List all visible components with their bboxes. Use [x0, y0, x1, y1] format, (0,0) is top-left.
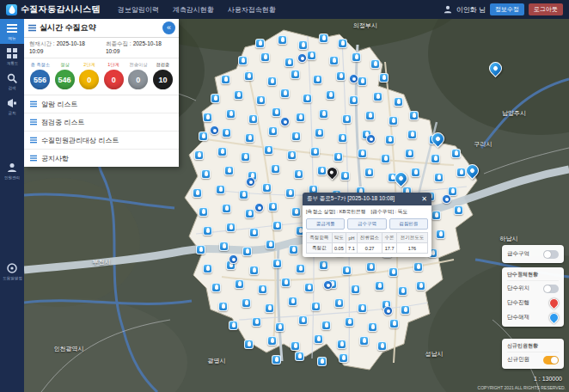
sidebar-item-도움말설정[interactable]: 도움말설정 — [0, 259, 24, 284]
panel-list-item[interactable]: 점검중 리스트 — [24, 113, 179, 132]
station-marker[interactable] — [241, 152, 250, 162]
popup-button-공급계통[interactable]: 공급계통 — [306, 218, 345, 230]
station-marker[interactable] — [291, 132, 301, 141]
station-marker[interactable] — [317, 357, 327, 366]
station-marker[interactable] — [339, 353, 348, 363]
station-marker[interactable] — [413, 262, 423, 272]
sidebar-item-검색[interactable]: 검색 — [0, 69, 24, 94]
station-marker[interactable] — [267, 77, 277, 86]
station-marker[interactable] — [194, 150, 204, 160]
station-marker[interactable] — [358, 303, 367, 313]
station-marker[interactable] — [268, 202, 278, 211]
station-marker[interactable] — [291, 341, 300, 351]
station-marker[interactable] — [368, 322, 377, 332]
station-marker[interactable] — [359, 336, 369, 346]
station-marker[interactable] — [296, 113, 305, 122]
station-marker[interactable] — [319, 34, 328, 43]
station-marker[interactable] — [268, 126, 278, 136]
station-marker[interactable] — [262, 183, 272, 193]
station-marker[interactable] — [337, 340, 346, 349]
station-marker[interactable] — [319, 109, 328, 119]
top-menu-item[interactable]: 사용자접속현황 — [228, 5, 276, 15]
station-marker[interactable] — [329, 56, 339, 65]
close-icon[interactable]: ✕ — [421, 196, 427, 203]
station-marker[interactable] — [364, 168, 374, 177]
station-marker[interactable] — [244, 71, 254, 81]
station-marker[interactable] — [385, 135, 395, 144]
station-marker[interactable] — [405, 149, 414, 158]
panel-list-item[interactable]: 공지사항 — [24, 150, 179, 167]
station-marker[interactable] — [370, 59, 380, 69]
station-marker[interactable] — [334, 298, 344, 308]
station-marker[interactable] — [284, 58, 294, 67]
station-marker[interactable] — [351, 285, 360, 294]
station-marker[interactable] — [193, 188, 202, 198]
station-marker[interactable] — [381, 154, 390, 163]
station-marker[interactable] — [226, 223, 236, 232]
station-marker[interactable] — [199, 207, 208, 217]
station-marker[interactable] — [256, 95, 266, 105]
station-marker[interactable] — [311, 302, 321, 311]
station-marker[interactable] — [285, 188, 295, 198]
station-marker[interactable] — [407, 130, 417, 139]
station-marker[interactable] — [275, 322, 284, 332]
신규민원-toggle[interactable] — [543, 356, 559, 364]
station-marker[interactable] — [278, 35, 287, 45]
station-marker[interactable] — [454, 205, 463, 215]
station-marker[interactable] — [271, 164, 280, 174]
station-marker[interactable] — [216, 185, 225, 194]
station-marker[interactable] — [258, 285, 267, 294]
station-marker[interactable] — [313, 75, 322, 84]
station-marker[interactable] — [303, 94, 312, 103]
top-menu-item[interactable]: 경보알림이력 — [118, 5, 159, 15]
panel-list-item[interactable]: 알람 리스트 — [24, 95, 179, 113]
station-marker[interactable] — [217, 147, 227, 156]
station-marker[interactable] — [244, 340, 254, 349]
station-marker[interactable] — [219, 242, 229, 251]
station-marker[interactable] — [234, 90, 243, 100]
station-marker[interactable] — [249, 228, 259, 237]
sidebar-item-공지[interactable]: 공지 — [0, 94, 24, 119]
station-marker[interactable] — [375, 281, 384, 291]
popup-title-bar[interactable]: 중부 종로5~7가 [2025-10-18 10:08] ✕ — [303, 193, 431, 205]
station-marker[interactable] — [352, 52, 361, 62]
station-marker[interactable] — [310, 147, 320, 156]
station-marker[interactable] — [349, 74, 358, 83]
station-marker[interactable] — [296, 264, 305, 273]
station-marker[interactable] — [235, 279, 244, 289]
station-marker[interactable] — [229, 254, 238, 264]
station-marker[interactable] — [321, 321, 331, 330]
station-marker[interactable] — [224, 166, 234, 175]
station-marker[interactable] — [431, 154, 440, 163]
station-marker[interactable] — [456, 168, 466, 177]
station-marker[interactable] — [221, 75, 230, 84]
collapse-panel-button[interactable]: « — [162, 21, 175, 34]
station-marker[interactable] — [442, 194, 451, 204]
popup-button-급수구역[interactable]: 급수구역 — [347, 218, 386, 230]
station-marker[interactable] — [307, 51, 316, 60]
station-marker[interactable] — [252, 317, 261, 327]
station-marker[interactable] — [289, 245, 298, 254]
edit-profile-button[interactable]: 정보수정 — [490, 3, 524, 15]
station-marker[interactable] — [304, 283, 314, 292]
station-marker[interactable] — [218, 302, 228, 311]
station-marker[interactable] — [203, 264, 212, 273]
단수위치-toggle[interactable] — [543, 285, 559, 293]
station-marker[interactable] — [317, 166, 327, 175]
station-marker[interactable] — [394, 97, 403, 107]
station-marker[interactable] — [338, 39, 347, 48]
station-marker[interactable] — [291, 70, 300, 79]
station-marker[interactable] — [298, 40, 308, 50]
station-marker[interactable] — [365, 111, 375, 120]
station-marker[interactable] — [196, 245, 205, 254]
station-marker[interactable] — [377, 341, 387, 351]
station-marker[interactable] — [264, 145, 273, 155]
station-marker[interactable] — [416, 281, 425, 291]
station-marker[interactable] — [203, 113, 212, 122]
station-marker[interactable] — [373, 92, 382, 101]
station-marker[interactable] — [401, 305, 410, 315]
station-marker[interactable] — [265, 303, 274, 313]
logout-button[interactable]: 로그아웃 — [529, 3, 563, 15]
station-marker[interactable] — [199, 132, 208, 141]
sidebar-item-메뉴[interactable]: 메뉴 — [0, 19, 24, 44]
